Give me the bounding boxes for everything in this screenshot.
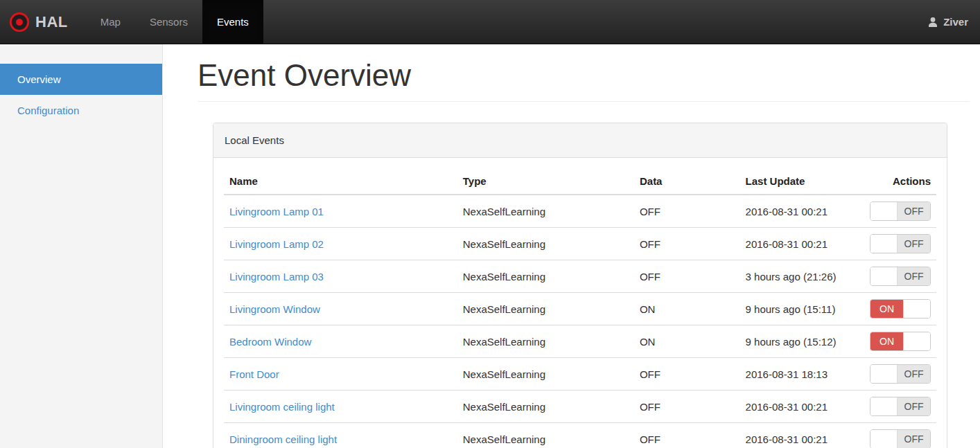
event-name-link[interactable]: Livingroom ceiling light [229, 401, 335, 413]
events-table-body: Livingroom Lamp 01 NexaSelfLearning OFF … [224, 195, 936, 448]
user-name: Ziver [943, 16, 968, 28]
main-content: Event Overview Local Events Name Type Da… [163, 44, 980, 448]
toggle-state-label: OFF [898, 365, 930, 383]
event-last-update-cell: 2016-08-31 00:21 [740, 423, 864, 448]
table-header-row: Name Type Data Last Update Actions [224, 168, 936, 195]
toggle-handle [870, 235, 898, 253]
event-name-cell: Diningroom ceiling light [224, 423, 457, 448]
nav-item-map[interactable]: Map [86, 0, 135, 44]
event-last-update-cell: 2016-08-31 00:21 [740, 195, 864, 228]
power-toggle[interactable]: ON [870, 299, 931, 319]
event-data-cell: OFF [634, 260, 740, 293]
toggle-state-label: ON [870, 332, 903, 350]
sidebar-item-configuration[interactable]: Configuration [0, 95, 162, 126]
nav-item-sensors[interactable]: Sensors [135, 0, 202, 44]
event-name-cell: Livingroom Lamp 03 [224, 260, 457, 293]
event-actions-cell: OFF [864, 358, 936, 391]
toggle-state-label: OFF [898, 267, 930, 285]
local-events-panel: Local Events Name Type Data Last Update … [213, 123, 947, 448]
toggle-handle [870, 267, 898, 285]
event-actions-cell: ON [864, 325, 936, 358]
power-toggle[interactable]: OFF [870, 429, 931, 448]
event-type-cell: NexaSelfLearning [457, 358, 634, 391]
toggle-handle [870, 397, 898, 415]
event-name-link[interactable]: Front Door [229, 368, 279, 380]
event-type-cell: NexaSelfLearning [457, 325, 634, 358]
toggle-state-label: OFF [898, 430, 930, 448]
event-last-update-cell: 2016-08-31 00:21 [740, 391, 864, 423]
power-toggle[interactable]: ON [870, 332, 931, 351]
event-actions-cell: OFF [864, 260, 936, 293]
event-name-cell: Livingroom Lamp 01 [224, 195, 457, 228]
event-last-update-cell: 9 hours ago (15:12) [740, 325, 864, 358]
power-toggle[interactable]: OFF [870, 234, 931, 253]
event-data-cell: OFF [634, 228, 740, 260]
event-row: Livingroom Lamp 01 NexaSelfLearning OFF … [224, 195, 936, 228]
event-type-cell: NexaSelfLearning [457, 260, 634, 293]
column-header-type: Type [457, 168, 634, 195]
navbar-menu: Map Sensors Events [86, 0, 263, 44]
page-title: Event Overview [198, 60, 970, 102]
event-actions-cell: ON [864, 293, 936, 325]
event-data-cell: OFF [634, 391, 740, 423]
event-row: Front Door NexaSelfLearning OFF 2016-08-… [224, 358, 936, 391]
event-name-link[interactable]: Livingroom Lamp 03 [229, 271, 324, 283]
event-actions-cell: OFF [864, 423, 936, 448]
event-last-update-cell: 2016-08-31 18:13 [740, 358, 864, 391]
event-name-link[interactable]: Bedroom Window [229, 336, 311, 348]
event-row: Bedroom Window NexaSelfLearning ON 9 hou… [224, 325, 936, 358]
brand[interactable]: HAL [0, 0, 79, 44]
event-last-update-cell: 2016-08-31 00:21 [740, 228, 864, 260]
event-name-link[interactable]: Livingroom Window [229, 303, 320, 315]
event-actions-cell: OFF [864, 391, 936, 423]
event-name-cell: Livingroom Window [224, 293, 457, 325]
panel-title: Local Events [213, 123, 947, 158]
power-toggle[interactable]: OFF [870, 364, 931, 384]
column-header-actions: Actions [864, 168, 936, 195]
brand-label: HAL [35, 13, 68, 31]
hal-logo-icon [10, 12, 29, 32]
event-name-cell: Bedroom Window [224, 325, 457, 358]
event-name-cell: Front Door [224, 358, 457, 391]
event-data-cell: OFF [634, 358, 740, 391]
event-name-cell: Livingroom Lamp 02 [224, 228, 457, 260]
sidebar-item-overview[interactable]: Overview [0, 64, 162, 95]
power-toggle[interactable]: OFF [870, 267, 931, 286]
nav-item-events[interactable]: Events [202, 0, 263, 44]
event-name-link[interactable]: Livingroom Lamp 01 [229, 206, 324, 217]
event-name-cell: Livingroom ceiling light [224, 391, 457, 423]
event-type-cell: NexaSelfLearning [457, 228, 634, 260]
event-data-cell: ON [634, 325, 740, 358]
event-type-cell: NexaSelfLearning [457, 423, 634, 448]
event-data-cell: OFF [634, 423, 740, 448]
event-row: Livingroom Window NexaSelfLearning ON 9 … [224, 293, 936, 325]
power-toggle[interactable]: OFF [870, 397, 931, 416]
event-row: Livingroom Lamp 03 NexaSelfLearning OFF … [224, 260, 936, 293]
toggle-state-label: ON [870, 300, 903, 318]
toggle-handle [903, 300, 930, 318]
event-name-link[interactable]: Livingroom Lamp 02 [229, 238, 324, 250]
column-header-name: Name [224, 168, 457, 195]
user-menu[interactable]: Ziver [916, 0, 980, 44]
event-data-cell: OFF [634, 195, 740, 228]
column-header-last-update: Last Update [740, 168, 864, 195]
toggle-handle [903, 332, 930, 350]
event-last-update-cell: 3 hours ago (21:26) [740, 260, 864, 293]
user-icon [927, 17, 938, 28]
event-type-cell: NexaSelfLearning [457, 391, 634, 423]
event-actions-cell: OFF [864, 228, 936, 260]
event-actions-cell: OFF [864, 195, 936, 228]
event-row: Diningroom ceiling light NexaSelfLearnin… [224, 423, 936, 448]
events-table: Name Type Data Last Update Actions Livin… [224, 168, 936, 448]
toggle-state-label: OFF [898, 235, 930, 253]
toggle-state-label: OFF [898, 202, 930, 220]
panel-body: Name Type Data Last Update Actions Livin… [213, 158, 947, 448]
power-toggle[interactable]: OFF [870, 201, 931, 221]
event-name-link[interactable]: Diningroom ceiling light [229, 433, 337, 445]
column-header-data: Data [634, 168, 740, 195]
toggle-handle [870, 430, 898, 448]
toggle-state-label: OFF [898, 397, 930, 415]
event-data-cell: ON [634, 293, 740, 325]
event-row: Livingroom Lamp 02 NexaSelfLearning OFF … [224, 228, 936, 260]
event-type-cell: NexaSelfLearning [457, 195, 634, 228]
